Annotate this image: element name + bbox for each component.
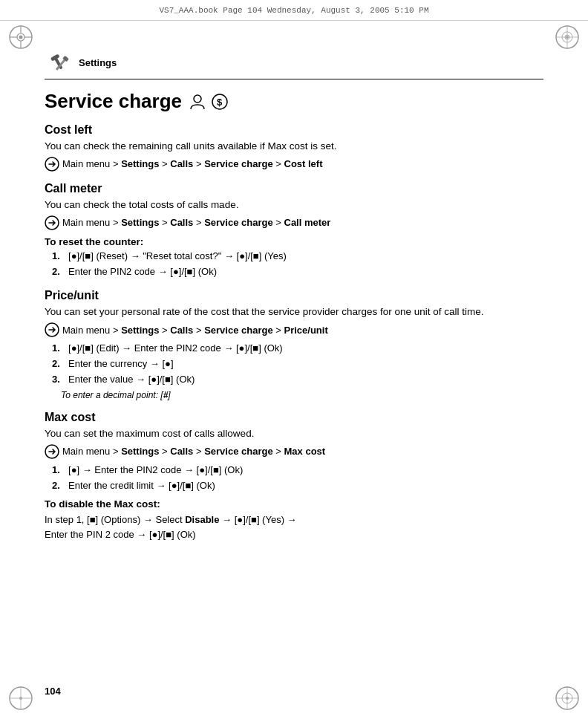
section-cost-left: Cost left You can check the remaining ca… [45, 123, 543, 172]
settings-header: Settings [45, 49, 543, 79]
max-cost-nav: Main menu > Settings > Calls > Service c… [45, 444, 543, 459]
call-meter-bold-label: To reset the counter: [45, 236, 543, 247]
top-bar: VS7_AAA.book Page 104 Wednesday, August … [0, 0, 588, 21]
max-cost-disable-label: To disable the Max cost: [45, 498, 543, 510]
price-unit-subtext: To enter a decimal point: [#] [61, 390, 543, 400]
call-meter-description: You can check the total costs of calls m… [45, 198, 543, 212]
svg-point-6 [19, 36, 23, 39]
service-icon-2: $ [210, 92, 229, 111]
call-meter-step-2: 2. Enter the PIN2 code → [●]/[■] (Ok) [52, 265, 543, 279]
corner-decoration-tr [554, 24, 581, 51]
max-cost-nav-text: Main menu > Settings > Calls > Service c… [62, 446, 325, 457]
price-unit-steps: 1. [●]/[■] (Edit) → Enter the PIN2 code … [52, 342, 543, 387]
cost-left-nav-text: Main menu > Settings > Calls > Service c… [62, 158, 323, 169]
svg-text:$: $ [217, 97, 223, 108]
max-cost-step-2: 2. Enter the credit limit → [●]/[■] (Ok) [52, 479, 543, 493]
max-cost-disable-text: In step 1, [■] (Options) → Select Disabl… [45, 513, 543, 541]
max-cost-heading: Max cost [45, 411, 543, 424]
price-unit-nav-text: Main menu > Settings > Calls > Service c… [62, 325, 328, 336]
price-unit-heading: Price/unit [45, 289, 543, 302]
main-content: Settings Service charge $ Cost left You [45, 21, 543, 541]
nav-arrow-icon [45, 157, 59, 172]
call-meter-nav: Main menu > Settings > Calls > Service c… [45, 215, 543, 230]
page-title-text: Service charge [45, 90, 182, 113]
svg-point-16 [19, 697, 22, 700]
corner-decoration-bl [7, 685, 34, 712]
corner-decoration-br [554, 685, 581, 712]
page-number: 104 [45, 686, 61, 697]
section-price-unit: Price/unit You can set your personal rat… [45, 289, 543, 400]
price-unit-step-3: 3. Enter the value → [●]/[■] (Ok) [52, 373, 543, 387]
section-call-meter: Call meter You can check the total costs… [45, 182, 543, 279]
call-meter-step-1: 1. [●]/[■] (Reset) → "Reset total cost?"… [52, 250, 543, 264]
svg-point-21 [566, 697, 569, 700]
call-meter-heading: Call meter [45, 182, 543, 195]
max-cost-step-1: 1. [●] → Enter the PIN2 code → [●]/[■] (… [52, 463, 543, 478]
nav-arrow-icon-2 [45, 215, 59, 230]
cost-left-description: You can check the remaining call units a… [45, 140, 543, 154]
svg-point-26 [194, 95, 201, 103]
price-unit-nav: Main menu > Settings > Calls > Service c… [45, 322, 543, 337]
section-max-cost: Max cost You can set the maximum cost of… [45, 411, 543, 542]
max-cost-description: You can set the maximum cost of calls al… [45, 427, 543, 441]
cost-left-nav: Main menu > Settings > Calls > Service c… [45, 157, 543, 172]
page-title: Service charge $ [45, 90, 543, 113]
settings-icon [45, 49, 71, 76]
page-container: VS7_AAA.book Page 104 Wednesday, August … [0, 0, 588, 719]
call-meter-nav-text: Main menu > Settings > Calls > Service c… [62, 217, 330, 228]
settings-section-title: Settings [79, 57, 117, 68]
svg-point-12 [566, 36, 569, 39]
max-cost-steps: 1. [●] → Enter the PIN2 code → [●]/[■] (… [52, 463, 543, 493]
corner-decoration-tl [7, 24, 34, 51]
call-meter-steps: 1. [●]/[■] (Reset) → "Reset total cost?"… [52, 250, 543, 279]
service-icon-1 [188, 92, 207, 111]
price-unit-description: You can set your personal rate of the co… [45, 305, 543, 319]
nav-arrow-icon-3 [45, 322, 59, 337]
page-title-icons: $ [188, 92, 229, 111]
top-bar-text: VS7_AAA.book Page 104 Wednesday, August … [159, 6, 428, 15]
price-unit-step-2: 2. Enter the currency → [●] [52, 357, 543, 371]
nav-arrow-icon-4 [45, 444, 59, 459]
price-unit-step-1: 1. [●]/[■] (Edit) → Enter the PIN2 code … [52, 342, 543, 356]
cost-left-heading: Cost left [45, 123, 543, 137]
